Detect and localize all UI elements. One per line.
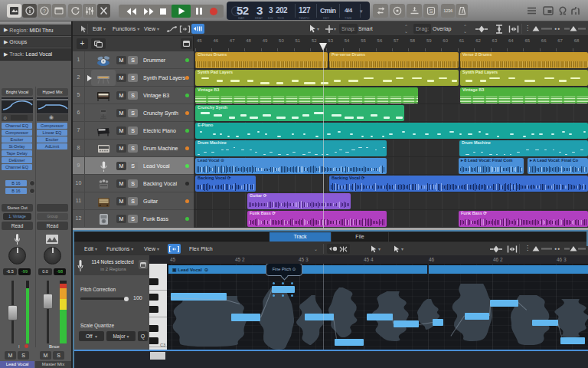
svg-text:?: ? [43, 8, 46, 14]
svg-text:S: S [429, 8, 433, 15]
